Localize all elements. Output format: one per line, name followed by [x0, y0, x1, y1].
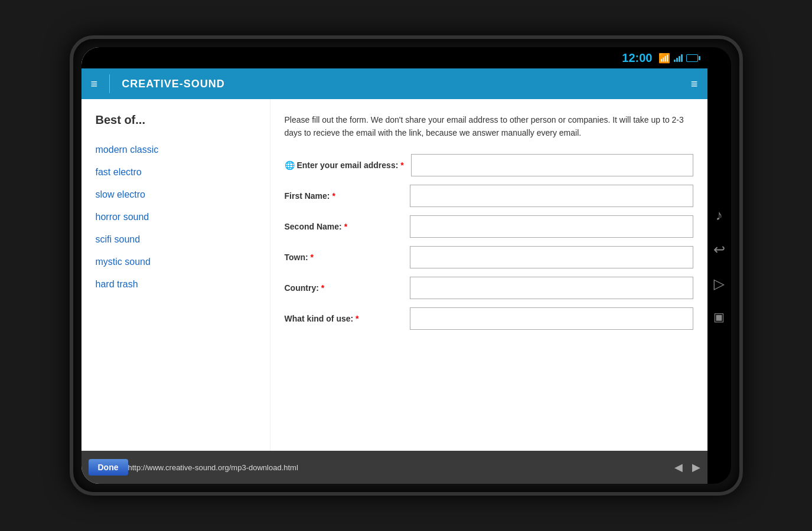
tablet-device: 12:00 📶 ≡ — [70, 35, 743, 496]
intro-text: Please fill out the form. We don't share… — [285, 113, 693, 140]
form-row-email: 🌐 Enter your email address: * — [285, 154, 693, 176]
status-bar: 12:00 📶 — [81, 47, 707, 68]
input-first-name[interactable] — [410, 185, 693, 207]
tablet-screen-area: 12:00 📶 ≡ — [81, 47, 731, 484]
input-second-name[interactable] — [410, 215, 693, 238]
form-row-use-type: What kind of use: * — [285, 307, 693, 330]
screen: 12:00 📶 ≡ — [81, 47, 707, 484]
back-side-button[interactable]: ↩ — [713, 241, 725, 258]
bottom-bar: Done http://www.creative-sound.org/mp3-d… — [81, 451, 707, 484]
navbar-left: ≡ CREATIVE-SOUND — [91, 74, 225, 93]
required-marker-town: * — [311, 253, 314, 262]
signal-icon — [674, 54, 683, 62]
required-marker-first-name: * — [332, 191, 335, 201]
sidebar-item-hard-trash[interactable]: hard trash — [96, 273, 270, 296]
required-marker-second-name: * — [344, 222, 347, 231]
sidebar-title: Best of... — [96, 113, 270, 127]
required-marker-country: * — [321, 283, 324, 293]
hamburger-left-icon[interactable]: ≡ — [91, 78, 98, 90]
navbar: ≡ CREATIVE-SOUND ≡ — [81, 68, 707, 99]
form-row-town: Town: * — [285, 246, 693, 268]
music-side-button[interactable]: ♪ — [716, 207, 723, 224]
back-nav-arrow[interactable]: ◀ — [674, 461, 683, 474]
input-use-type[interactable] — [410, 307, 693, 330]
forward-nav-arrow[interactable]: ▶ — [692, 461, 700, 474]
navbar-title: CREATIVE-SOUND — [122, 78, 225, 90]
hamburger-right-icon[interactable]: ≡ — [691, 78, 698, 90]
battery-icon — [686, 54, 698, 62]
label-second-name: Second Name: * — [285, 222, 403, 231]
main-content: Please fill out the form. We don't share… — [270, 99, 707, 451]
input-country[interactable] — [410, 277, 693, 299]
sidebar-item-scifi-sound[interactable]: scifi sound — [96, 228, 270, 251]
sidebar-item-fast-electro[interactable]: fast electro — [96, 161, 270, 183]
label-first-name: First Name: * — [285, 191, 403, 201]
status-time: 12:00 — [622, 51, 652, 65]
nav-back-side-button[interactable]: ◁ — [714, 276, 725, 292]
label-country: Country: * — [285, 283, 403, 293]
content-area: Best of... modern classic fast electro s… — [81, 99, 707, 451]
label-email: 🌐 Enter your email address: * — [285, 160, 404, 170]
required-marker-email: * — [400, 160, 403, 170]
wifi-icon: 📶 — [658, 53, 670, 64]
url-bar: http://www.creative-sound.org/mp3-downlo… — [128, 463, 674, 472]
label-town: Town: * — [285, 253, 403, 262]
bottom-nav: ◀ ▶ — [674, 461, 700, 474]
navbar-divider — [109, 74, 110, 93]
globe-icon: 🌐 — [285, 160, 295, 170]
form-row-first-name: First Name: * — [285, 185, 693, 207]
sidebar: Best of... modern classic fast electro s… — [81, 99, 270, 451]
form-row-country: Country: * — [285, 277, 693, 299]
status-icons: 📶 — [658, 53, 698, 64]
input-email[interactable] — [411, 154, 693, 176]
form-row-second-name: Second Name: * — [285, 215, 693, 238]
sidebar-item-slow-electro[interactable]: slow electro — [96, 183, 270, 206]
side-buttons: ♪ ↩ ◁ ▣ — [713, 207, 725, 324]
done-button[interactable]: Done — [89, 459, 128, 476]
sidebar-item-modern-classic[interactable]: modern classic — [96, 139, 270, 161]
sidebar-item-horror-sound[interactable]: horror sound — [96, 206, 270, 228]
sidebar-item-mystic-sound[interactable]: mystic sound — [96, 251, 270, 273]
menu-side-button[interactable]: ▣ — [713, 310, 725, 324]
label-use-type: What kind of use: * — [285, 314, 403, 323]
input-town[interactable] — [410, 246, 693, 268]
required-marker-use-type: * — [356, 314, 358, 323]
